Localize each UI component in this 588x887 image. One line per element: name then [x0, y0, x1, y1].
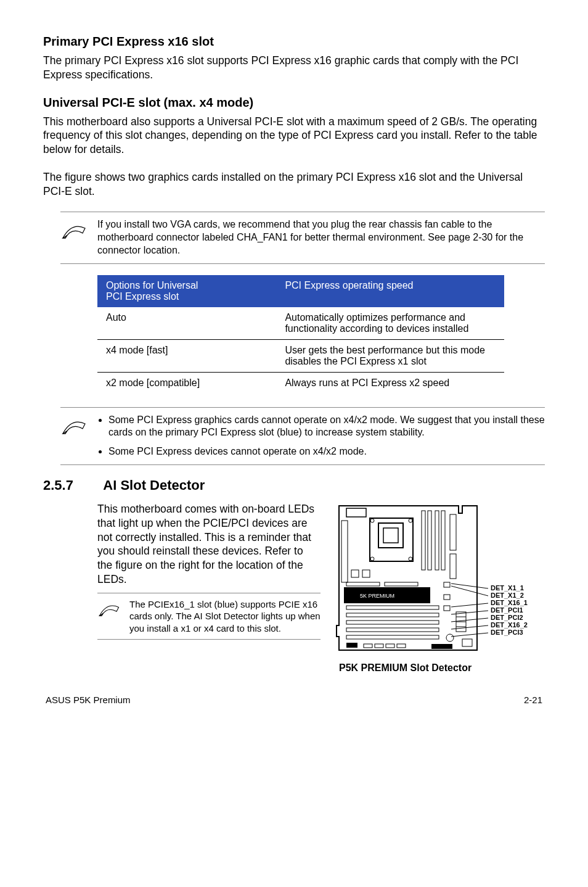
svg-text:DET_X16_2: DET_X16_2	[491, 621, 528, 629]
svg-text:5K PREMIUM: 5K PREMIUM	[360, 593, 394, 599]
detector-row: This motherboard comes with on-board LED…	[97, 502, 545, 674]
motherboard-diagram: 5K PREMIUM	[335, 502, 545, 656]
table-row: x4 mode [fast] User gets the best perfor…	[97, 339, 504, 372]
svg-point-33	[446, 634, 454, 642]
pencil-icon	[60, 218, 97, 241]
svg-rect-19	[346, 582, 380, 586]
svg-point-5	[409, 519, 412, 522]
svg-rect-8	[422, 511, 425, 570]
svg-rect-26	[444, 582, 450, 587]
table-cell: x2 mode [compatible]	[97, 372, 276, 401]
table-row: x2 mode [compatible] Always runs at PCI …	[97, 372, 504, 401]
svg-rect-37	[386, 644, 394, 648]
svg-rect-9	[428, 511, 431, 570]
svg-text:DET_X16_1: DET_X16_1	[491, 599, 528, 606]
footer-right: 2-21	[524, 695, 542, 705]
svg-rect-23	[346, 621, 439, 624]
svg-rect-28	[444, 606, 450, 611]
svg-rect-21	[346, 606, 439, 609]
svg-rect-22	[346, 613, 439, 617]
svg-rect-34	[346, 643, 357, 648]
figure-caption: P5K PREMIUM Slot Detector	[339, 662, 545, 674]
heading-primary: Primary PCI Express x16 slot	[43, 35, 545, 49]
note-2-item-1: Some PCI Express graphics cards cannot o…	[108, 414, 545, 440]
svg-rect-14	[341, 521, 348, 582]
svg-rect-11	[441, 511, 445, 570]
svg-point-4	[370, 519, 374, 522]
note-text-1: If you install two VGA cards, we recomme…	[97, 218, 545, 257]
page-content: Primary PCI Express x16 slot The primary…	[0, 0, 588, 724]
svg-line-43	[451, 603, 488, 607]
svg-rect-24	[346, 628, 439, 632]
svg-rect-25	[346, 635, 439, 639]
board-figure: 5K PREMIUM	[335, 502, 545, 674]
note-2-item-2: Some PCI Express devices cannot operate …	[108, 445, 545, 458]
table-cell: Auto	[97, 307, 276, 340]
spec-table: Options for Universal PCI Express slot P…	[97, 275, 504, 401]
svg-rect-20	[385, 582, 418, 586]
table-cell: Automatically optimizes performance and …	[276, 307, 504, 340]
svg-point-6	[370, 557, 374, 561]
svg-rect-13	[450, 554, 456, 579]
svg-line-45	[451, 618, 488, 622]
pencil-icon	[97, 598, 129, 635]
section-number: 2.5.7	[43, 477, 100, 493]
svg-point-7	[409, 557, 412, 561]
detector-note-text: The PCIEx16_1 slot (blue) supports PCIE …	[129, 598, 321, 635]
svg-rect-15	[351, 570, 359, 577]
table-cell: Always runs at PCI Express x2 speed	[276, 372, 504, 401]
svg-rect-40	[462, 639, 472, 646]
svg-rect-35	[364, 644, 372, 648]
svg-text:DET_PCI2: DET_PCI2	[491, 614, 523, 621]
section-title: AI Slot Detector	[103, 477, 205, 493]
svg-rect-39	[431, 644, 452, 649]
detector-body: This motherboard comes with on-board LED…	[97, 502, 321, 587]
svg-rect-3	[383, 528, 398, 543]
footer-left: ASUS P5K Premium	[46, 695, 131, 705]
svg-text:DET_PCI3: DET_PCI3	[491, 629, 523, 636]
detector-note: The PCIEx16_1 slot (blue) supports PCIE …	[97, 593, 321, 640]
svg-rect-27	[444, 595, 450, 600]
svg-rect-2	[378, 523, 403, 548]
svg-text:DET_X1_2: DET_X1_2	[491, 592, 524, 599]
svg-text:DET_PCI1: DET_PCI1	[491, 606, 523, 614]
paragraph-universal-1: This motherboard also supports a Univers…	[43, 115, 545, 157]
spec-table-wrap: Options for Universal PCI Express slot P…	[97, 275, 504, 401]
detector-left: This motherboard comes with on-board LED…	[97, 502, 321, 640]
svg-rect-0	[346, 508, 366, 517]
pencil-icon	[60, 414, 97, 436]
section-heading: 2.5.7 AI Slot Detector	[43, 477, 545, 493]
svg-line-46	[451, 625, 488, 629]
paragraph-primary: The primary PCI Express x16 slot support…	[43, 54, 545, 82]
page-footer: ASUS P5K Premium 2-21	[43, 695, 545, 705]
svg-rect-1	[370, 518, 413, 561]
heading-universal: Universal PCI-E slot (max. x4 mode)	[43, 96, 545, 110]
svg-rect-12	[450, 514, 456, 550]
paragraph-universal-2: The figure shows two graphics cards inst…	[43, 170, 545, 199]
note-text-2: Some PCI Express graphics cards cannot o…	[97, 414, 545, 458]
table-cell: User gets the best performance but this …	[276, 339, 504, 372]
table-head-2: PCI Express operating speed	[276, 275, 504, 307]
svg-rect-36	[375, 644, 383, 648]
table-cell: x4 mode [fast]	[97, 339, 276, 372]
note-block-2: Some PCI Express graphics cards cannot o…	[60, 407, 545, 465]
svg-rect-16	[362, 570, 370, 577]
svg-rect-10	[435, 511, 439, 570]
svg-line-47	[451, 633, 488, 637]
svg-rect-38	[397, 644, 406, 648]
table-row: Auto Automatically optimizes performance…	[97, 307, 504, 340]
svg-text:DET_X1_1: DET_X1_1	[491, 584, 524, 592]
svg-line-44	[451, 611, 488, 614]
note-block-1: If you install two VGA cards, we recomme…	[60, 212, 545, 263]
table-head-1: Options for Universal PCI Express slot	[97, 275, 276, 307]
